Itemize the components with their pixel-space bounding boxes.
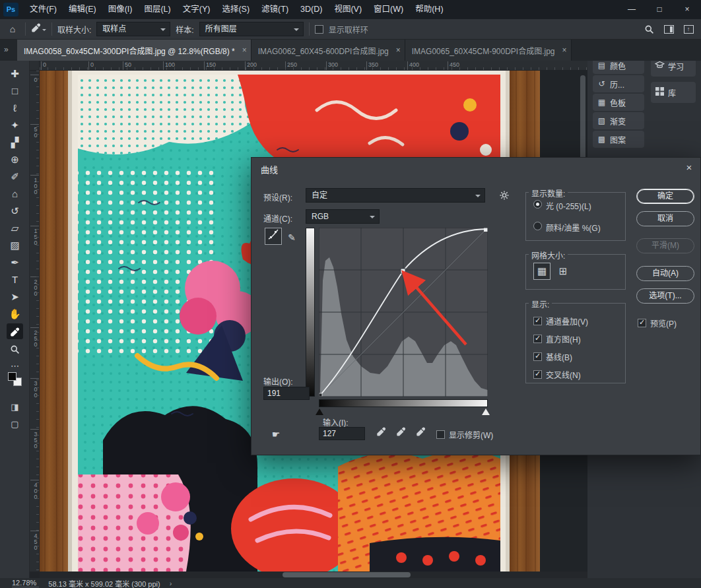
channel-label: 通道(C):	[263, 212, 292, 224]
sample-value: 所有图层	[205, 24, 237, 34]
clone-stamp-tool[interactable]: ⌂	[7, 186, 23, 202]
menu-item-8[interactable]: 视图(V)	[328, 0, 368, 19]
simple-grid-icon[interactable]: ▦	[533, 263, 551, 280]
tab-close-icon[interactable]: ×	[242, 40, 247, 61]
white-point-eyedropper-icon[interactable]	[413, 426, 428, 441]
show-clipping-label: 显示修剪(W)	[449, 429, 493, 440]
panel-swatches[interactable]: ▦色板	[593, 94, 644, 111]
ruler-tick-label: 250	[285, 61, 297, 71]
ruler-tick-label: 250	[30, 327, 39, 347]
minimize-icon[interactable]: —	[618, 0, 646, 19]
path-selection-tool[interactable]: ➤	[7, 289, 23, 305]
show-option-checkbox[interactable]	[533, 317, 542, 325]
gradient-tool[interactable]: ▨	[7, 238, 23, 253]
menu-item-0[interactable]: 文件(F)	[24, 0, 63, 19]
show-option-0[interactable]: 通道叠加(V)	[533, 315, 588, 327]
dialog-close-icon[interactable]: ×	[681, 159, 698, 176]
gray-point-eyedropper-icon[interactable]	[393, 426, 409, 441]
ok-button[interactable]: 确定	[636, 189, 694, 204]
libraries-icon	[655, 87, 665, 98]
document-tab-1[interactable]: IMAG0062_60X45-600DPI合成图.jpg×	[251, 40, 405, 61]
panel-patterns[interactable]: ▩图案	[593, 131, 644, 148]
type-tool[interactable]: T	[7, 272, 23, 288]
ruler-tick-label: 150	[204, 61, 216, 71]
tab-close-icon[interactable]: ×	[562, 40, 567, 61]
edit-points-curve-icon[interactable]	[265, 228, 282, 245]
move-tool[interactable]: ✚	[7, 66, 23, 82]
home-icon[interactable]: ⌂	[5, 21, 20, 37]
pencil-draw-icon[interactable]: ✎	[284, 229, 299, 244]
crop-tool[interactable]: ▞	[7, 135, 23, 150]
menu-item-5[interactable]: 选择(S)	[216, 0, 255, 19]
tab-close-icon[interactable]: ×	[396, 40, 401, 61]
expand-panels-chevron[interactable]: »	[4, 45, 9, 54]
channel-dropdown[interactable]: RGB	[306, 209, 380, 224]
menu-item-7[interactable]: 3D(D)	[294, 0, 328, 19]
eyedropper-tool[interactable]	[7, 323, 23, 339]
menu-item-9[interactable]: 窗口(W)	[368, 0, 409, 19]
share-icon[interactable]: ↑	[681, 21, 696, 37]
show-option-checkbox[interactable]	[533, 352, 542, 361]
zoom-level-field[interactable]: 12.78%	[12, 579, 39, 587]
display-amount-radio-1[interactable]	[533, 222, 542, 230]
white-point-slider[interactable]	[482, 408, 490, 415]
horizontal-scrollbar[interactable]	[40, 572, 587, 578]
panel-libraries[interactable]: 库	[651, 82, 696, 103]
foreground-background-swatches[interactable]	[8, 372, 24, 388]
show-option-3[interactable]: 交叉线(N)	[533, 369, 581, 380]
menu-item-10[interactable]: 帮助(H)	[409, 0, 449, 19]
curve-editor[interactable]	[319, 228, 488, 397]
show-option-checkbox[interactable]	[533, 335, 542, 343]
lasso-tool[interactable]: ℓ	[7, 100, 23, 116]
document-tab-0[interactable]: IMAG0058_60x45CM-300DPI合成图.jpg @ 12.8%(R…	[17, 40, 251, 61]
input-value-field[interactable]	[319, 427, 365, 440]
display-amount-radio-0[interactable]	[533, 200, 542, 209]
screen-mode-icon[interactable]: ▢	[7, 417, 23, 432]
black-point-slider[interactable]	[316, 408, 323, 415]
eraser-tool[interactable]: ▱	[7, 220, 23, 236]
detailed-grid-icon[interactable]: ⊞	[554, 263, 572, 280]
sample-size-dropdown[interactable]: 取样点	[96, 22, 170, 36]
history-brush-tool[interactable]: ↺	[7, 203, 23, 219]
horizontal-scrollbar-thumb[interactable]	[283, 572, 411, 577]
maximize-icon[interactable]: □	[646, 0, 673, 19]
preset-dropdown[interactable]: 自定	[306, 188, 485, 203]
show-sampling-ring-checkbox[interactable]	[315, 25, 323, 34]
show-option-checkbox[interactable]	[533, 370, 542, 379]
black-point-eyedropper-icon[interactable]	[373, 426, 389, 441]
search-icon[interactable]	[642, 21, 656, 37]
show-option-1[interactable]: 直方图(H)	[533, 333, 581, 344]
quick-mask-icon[interactable]: ◨	[7, 400, 23, 414]
workspace-icon[interactable]	[661, 21, 676, 37]
menu-item-6[interactable]: 滤镜(T)	[255, 0, 294, 19]
marquee-tool[interactable]: □	[7, 83, 23, 99]
hand-tool[interactable]: ✋	[7, 306, 23, 322]
menu-item-3[interactable]: 图层(L)	[138, 0, 176, 19]
panel-gradients[interactable]: ▧渐变	[593, 112, 644, 129]
healing-brush-tool[interactable]: ⊕	[7, 152, 23, 168]
cancel-button[interactable]: 取消	[636, 211, 694, 226]
panel-history[interactable]: ↺历...	[593, 75, 644, 92]
output-value-field[interactable]	[263, 387, 310, 400]
edit-toolbar-icon[interactable]: ⋯	[7, 359, 23, 374]
brush-tool[interactable]: ✐	[7, 169, 23, 185]
document-tab-2[interactable]: IMAG0065_60X45CM-900DPI合成图.jpg×	[405, 40, 572, 61]
close-icon[interactable]: ×	[673, 0, 701, 19]
preset-options-gear-icon[interactable]	[497, 188, 512, 203]
quick-selection-tool[interactable]: ✦	[7, 117, 23, 133]
show-clipping-checkbox[interactable]	[436, 430, 445, 439]
sample-dropdown[interactable]: 所有图层	[199, 22, 304, 36]
menu-item-2[interactable]: 图像(I)	[102, 0, 139, 19]
show-option-2[interactable]: 基线(B)	[533, 351, 572, 362]
eyedropper-preset-button[interactable]	[31, 21, 46, 37]
preview-checkbox[interactable]	[638, 319, 646, 327]
menu-item-4[interactable]: 文字(Y)	[177, 0, 217, 19]
menu-item-1[interactable]: 编辑(E)	[63, 0, 102, 19]
status-chevron-icon[interactable]: ›	[170, 579, 172, 587]
input-label: 输入(I):	[323, 416, 349, 428]
zoom-tool[interactable]	[7, 341, 23, 356]
options-button[interactable]: 选项(T)...	[636, 288, 694, 304]
auto-button[interactable]: 自动(A)	[636, 266, 694, 281]
pen-tool[interactable]: ✒	[7, 255, 23, 271]
targeted-adjustment-icon[interactable]: ☛	[267, 426, 284, 443]
